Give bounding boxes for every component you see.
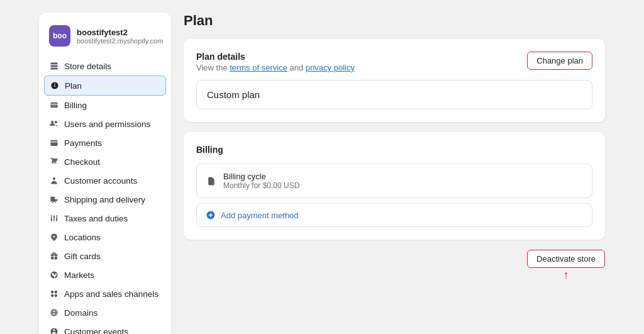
- taxes-icon: [49, 213, 59, 223]
- sidebar-label-markets: Markets: [64, 270, 94, 280]
- arrow-up-indicator: ↑: [564, 269, 569, 281]
- sidebar: boo boostifytest2 boostifytest2.myshopif…: [39, 13, 171, 334]
- sidebar-item-taxes[interactable]: Taxes and duties: [39, 209, 171, 228]
- sidebar-item-plan[interactable]: Plan: [39, 75, 171, 96]
- plan-details-info: Plan details View the terms of service a…: [196, 52, 355, 72]
- sidebar-item-gift-cards[interactable]: Gift cards: [39, 247, 171, 265]
- sidebar-label-domains: Domains: [64, 308, 97, 318]
- terms-link[interactable]: terms of service: [230, 63, 287, 72]
- page-title: Plan: [184, 13, 605, 29]
- add-payment-label: Add payment method: [221, 211, 299, 220]
- deactivate-store-button[interactable]: Deactivate store: [527, 250, 605, 268]
- sidebar-item-checkout[interactable]: Checkout: [39, 152, 171, 171]
- sidebar-label-billing: Billing: [64, 101, 87, 110]
- sidebar-item-store-details[interactable]: Store details: [39, 57, 171, 75]
- apps-icon: [49, 289, 59, 299]
- locations-icon: [49, 232, 59, 242]
- add-payment-icon: [206, 210, 216, 220]
- store-profile: boo boostifytest2 boostifytest2.myshopif…: [39, 23, 171, 57]
- sidebar-label-plan: Plan: [65, 81, 82, 91]
- plan-details-header: Plan details View the terms of service a…: [196, 52, 592, 72]
- sidebar-item-billing[interactable]: Billing: [39, 96, 171, 114]
- sidebar-label-customer-accounts: Customer accounts: [64, 176, 137, 186]
- customer-events-icon: [49, 326, 59, 334]
- payments-icon: [49, 138, 59, 148]
- plan-icon: [50, 81, 60, 91]
- sidebar-label-customer-events: Customer events: [64, 327, 128, 335]
- sidebar-label-checkout: Checkout: [64, 157, 100, 167]
- sidebar-label-store-details: Store details: [64, 62, 111, 71]
- billing-cycle-item: Billing cycle Monthly for $0.00 USD: [196, 164, 592, 198]
- privacy-link[interactable]: privacy policy: [306, 63, 355, 72]
- sidebar-item-markets[interactable]: Markets: [39, 265, 171, 284]
- sidebar-label-users: Users and permissions: [64, 120, 150, 129]
- sidebar-label-gift-cards: Gift cards: [64, 252, 101, 261]
- sidebar-label-taxes: Taxes and duties: [64, 214, 128, 223]
- billing-card: Billing Billing cycle Monthly for $0.00 …: [184, 132, 605, 240]
- store-info: boostifytest2 boostifytest2.myshopify.co…: [77, 28, 163, 45]
- main-content: Plan Plan details View the terms of serv…: [184, 13, 605, 334]
- change-plan-button[interactable]: Change plan: [527, 52, 592, 70]
- shipping-icon: [49, 194, 59, 204]
- deactivate-wrapper: Deactivate store ↑: [527, 250, 605, 281]
- markets-icon: [49, 270, 59, 280]
- sidebar-navigation: Store details Plan: [39, 57, 171, 334]
- sidebar-item-locations[interactable]: Locations: [39, 228, 171, 247]
- sidebar-label-locations: Locations: [64, 233, 101, 242]
- users-icon: [49, 119, 59, 129]
- store-name: boostifytest2: [77, 28, 163, 37]
- domains-icon: [49, 308, 59, 318]
- store-icon: [49, 61, 59, 71]
- sidebar-item-apps-sales[interactable]: Apps and sales channels: [39, 284, 171, 303]
- deactivate-row: Deactivate store ↑: [184, 250, 605, 281]
- gift-cards-icon: [49, 251, 59, 261]
- plan-details-subtitle: View the terms of service and privacy po…: [196, 63, 355, 72]
- sidebar-label-payments: Payments: [64, 138, 102, 148]
- customer-accounts-icon: [49, 175, 59, 186]
- sidebar-item-customer-events[interactable]: Customer events: [39, 322, 171, 334]
- current-plan-box: Custom plan: [196, 80, 592, 109]
- billing-cycle-content: Billing cycle Monthly for $0.00 USD: [223, 172, 299, 190]
- sidebar-label-shipping: Shipping and delivery: [64, 195, 145, 204]
- billing-icon: [49, 100, 59, 110]
- sidebar-item-users-permissions[interactable]: Users and permissions: [39, 114, 171, 133]
- add-payment-row[interactable]: Add payment method: [196, 203, 592, 227]
- sidebar-label-apps: Apps and sales channels: [64, 289, 158, 299]
- sidebar-item-domains[interactable]: Domains: [39, 303, 171, 322]
- store-url: boostifytest2.myshopify.com: [77, 37, 163, 45]
- sidebar-item-payments[interactable]: Payments: [39, 133, 171, 152]
- billing-section-title: Billing: [196, 145, 592, 155]
- billing-cycle-value: Monthly for $0.00 USD: [223, 181, 299, 190]
- billing-cycle-label: Billing cycle: [223, 172, 299, 181]
- plan-details-card: Plan details View the terms of service a…: [184, 39, 605, 122]
- checkout-icon: [49, 157, 59, 167]
- sidebar-item-shipping[interactable]: Shipping and delivery: [39, 190, 171, 209]
- billing-cycle-icon: [206, 175, 217, 187]
- store-avatar: boo: [49, 25, 70, 47]
- sidebar-item-customer-accounts[interactable]: Customer accounts: [39, 171, 171, 190]
- plan-details-title: Plan details: [196, 52, 355, 62]
